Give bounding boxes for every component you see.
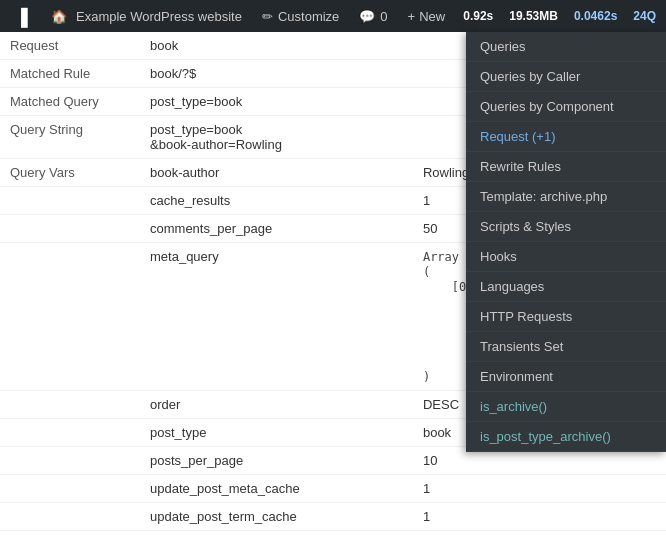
table-row: update_post_term_cache 1 xyxy=(0,503,666,531)
main-content: Request book Matched Rule book/?$ Matche… xyxy=(0,32,666,539)
site-name: Example WordPress website xyxy=(76,9,242,24)
wp-icon: ❚ xyxy=(16,4,33,28)
dropdown-menu: Queries Queries by Caller Queries by Com… xyxy=(466,32,666,452)
row-label xyxy=(0,243,140,391)
menu-item-environment[interactable]: Environment xyxy=(466,362,666,392)
row-key-value: order xyxy=(140,391,413,419)
qm-query-count-badge[interactable]: 24Q xyxy=(625,0,664,32)
qm-memory-badge[interactable]: 19.53MB xyxy=(501,0,566,32)
menu-item-is-post-type-archive[interactable]: is_post_type_archive() xyxy=(466,422,666,452)
row-label: Matched Query xyxy=(0,88,140,116)
row-label xyxy=(0,419,140,447)
qm-time-badge[interactable]: 0.92s xyxy=(455,0,501,32)
menu-item-transients[interactable]: Transients Set xyxy=(466,332,666,362)
menu-item-scripts-styles[interactable]: Scripts & Styles xyxy=(466,212,666,242)
customize-item[interactable]: ✏ Customize xyxy=(252,0,349,32)
row-label xyxy=(0,475,140,503)
customize-label: Customize xyxy=(278,9,339,24)
row-key-value: post_type xyxy=(140,419,413,447)
row-key-value: update_post_term_cache xyxy=(140,503,413,531)
menu-item-queries[interactable]: Queries xyxy=(466,32,666,62)
comments-item[interactable]: 💬 0 xyxy=(349,0,397,32)
new-button[interactable]: + New xyxy=(398,0,456,32)
adminbar-right: 0.92s 19.53MB 0.0462s 24Q xyxy=(455,0,664,32)
plus-icon: + xyxy=(408,9,416,24)
row-label: Query Vars xyxy=(0,159,140,187)
menu-item-hooks[interactable]: Hooks xyxy=(466,242,666,272)
row-key-value: posts_per_page xyxy=(140,447,413,475)
row-label: Matched Rule xyxy=(0,60,140,88)
comments-count: 0 xyxy=(380,9,387,24)
menu-item-is-archive[interactable]: is_archive() xyxy=(466,392,666,422)
row-label xyxy=(0,391,140,419)
row-key-value: meta_query xyxy=(140,243,413,391)
menu-item-rewrite-rules[interactable]: Rewrite Rules xyxy=(466,152,666,182)
menu-item-queries-by-component[interactable]: Queries by Component xyxy=(466,92,666,122)
row-label xyxy=(0,447,140,475)
row-label: Query String xyxy=(0,116,140,159)
new-label: New xyxy=(419,9,445,24)
site-name-item[interactable]: 🏠 Example WordPress website xyxy=(41,0,252,32)
menu-item-languages[interactable]: Languages xyxy=(466,272,666,302)
customize-icon: ✏ xyxy=(262,9,273,24)
menu-item-http-requests[interactable]: HTTP Requests xyxy=(466,302,666,332)
row-key-value: comments_per_page xyxy=(140,215,413,243)
menu-item-queries-by-caller[interactable]: Queries by Caller xyxy=(466,62,666,92)
row-key-value: cache_results xyxy=(140,187,413,215)
menu-item-request[interactable]: Request (+1) xyxy=(466,122,666,152)
row-label: Request xyxy=(0,32,140,60)
site-icon: 🏠 xyxy=(51,9,67,24)
menu-item-template[interactable]: Template: archive.php xyxy=(466,182,666,212)
qm-query-time-badge[interactable]: 0.0462s xyxy=(566,0,625,32)
row-key-value: book-author xyxy=(140,159,413,187)
admin-bar: ❚ 🏠 Example WordPress website ✏ Customiz… xyxy=(0,0,666,32)
row-col3: 1 xyxy=(413,503,666,531)
table-row: update_post_meta_cache 1 xyxy=(0,475,666,503)
row-label xyxy=(0,187,140,215)
wp-logo[interactable]: ❚ xyxy=(8,0,41,32)
row-col3: 1 xyxy=(413,475,666,503)
row-label xyxy=(0,503,140,531)
comments-icon: 💬 xyxy=(359,9,375,24)
row-label xyxy=(0,215,140,243)
row-key-value: update_post_meta_cache xyxy=(140,475,413,503)
